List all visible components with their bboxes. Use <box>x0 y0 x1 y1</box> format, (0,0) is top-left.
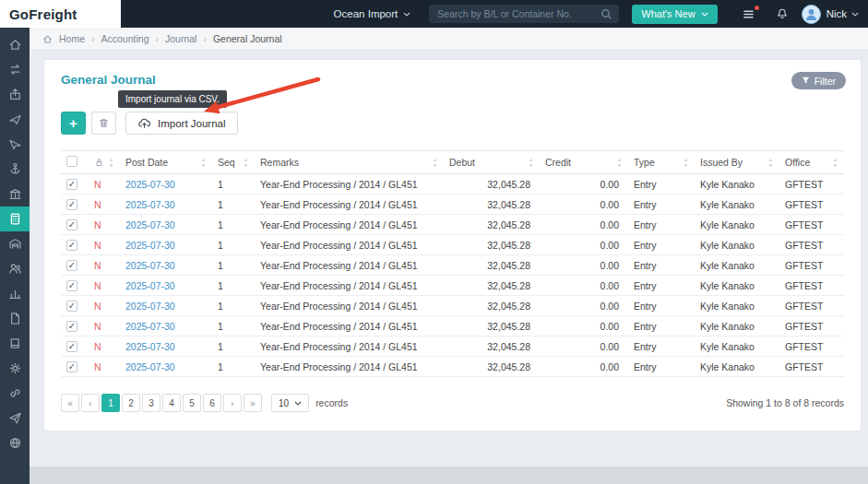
lock-cell: N <box>89 296 120 316</box>
add-journal-button[interactable]: + <box>61 112 86 135</box>
post-date-link[interactable]: 2025-07-30 <box>125 301 175 312</box>
sort-icon <box>108 158 114 168</box>
breadcrumb-item[interactable]: Accounting <box>101 33 149 44</box>
sidebar-item-booking[interactable] <box>0 82 30 107</box>
user-menu[interactable]: Nick <box>826 8 859 19</box>
page-button[interactable]: 2 <box>122 394 140 412</box>
credit-header[interactable]: Credit <box>540 151 628 174</box>
sidebar-item-accounting[interactable] <box>0 207 30 231</box>
sidebar-item-air-export[interactable] <box>0 107 30 132</box>
page-button[interactable]: 4 <box>162 394 181 412</box>
post-date-link[interactable]: 2025-07-30 <box>125 280 175 291</box>
seq-header[interactable]: Seq <box>212 151 255 174</box>
page-button[interactable]: 5 <box>183 394 201 412</box>
row-checkbox[interactable]: ✓ <box>66 199 77 210</box>
remarks-header[interactable]: Remarks <box>255 151 444 174</box>
page-size-select[interactable]: 10 <box>271 394 309 412</box>
post-date-link[interactable]: 2025-07-30 <box>125 361 175 372</box>
remarks-cell: Year-End Processing / 2014 / GL451 <box>255 316 444 336</box>
post-date-header[interactable]: Post Date <box>120 151 212 174</box>
remarks-cell: Year-End Processing / 2014 / GL451 <box>255 336 444 357</box>
post-date-cell: 2025-07-30 <box>120 357 212 377</box>
sidebar-item-bank[interactable] <box>0 182 30 207</box>
filter-button[interactable]: Filter <box>791 72 846 89</box>
post-date-cell: 2025-07-30 <box>120 195 212 215</box>
user-avatar-icon <box>803 6 819 22</box>
post-date-link[interactable]: 2025-07-30 <box>125 341 175 352</box>
debit-header[interactable]: Debut <box>444 151 540 174</box>
sort-icon <box>616 158 623 168</box>
sidebar-item-warehouse[interactable] <box>0 231 30 256</box>
post-date-link[interactable]: 2025-07-30 <box>125 199 175 210</box>
delete-button[interactable] <box>91 112 116 135</box>
sidebar-item-documents[interactable] <box>0 306 30 331</box>
page-button[interactable]: « <box>61 394 79 412</box>
page-button[interactable]: » <box>244 394 262 412</box>
page-button[interactable]: 1 <box>101 394 120 412</box>
row-checkbox[interactable]: ✓ <box>66 219 77 230</box>
sidebar-item-contacts[interactable] <box>0 256 30 281</box>
sidebar-item-air-import[interactable] <box>0 132 30 157</box>
home-icon[interactable] <box>42 34 53 44</box>
page-button[interactable]: › <box>223 394 242 412</box>
post-date-cell: 2025-07-30 <box>120 235 212 255</box>
table-header-row: Post Date Seq Remarks Debut Credit Type … <box>61 151 844 174</box>
box-upload-icon <box>8 88 22 101</box>
avatar[interactable] <box>802 5 821 24</box>
tasks-list-button[interactable] <box>742 8 755 20</box>
link-icon <box>8 386 22 400</box>
module-selector[interactable]: Ocean Import <box>334 8 411 19</box>
post-date-link[interactable]: 2025-07-30 <box>125 260 175 271</box>
row-checkbox[interactable]: ✓ <box>66 260 77 271</box>
sidebar-item-ocean[interactable] <box>0 157 30 182</box>
sidebar-item-quotation[interactable] <box>0 57 30 82</box>
row-select-cell: ✓ <box>61 276 89 296</box>
row-checkbox[interactable]: ✓ <box>66 179 77 190</box>
breadcrumb-item[interactable]: Journal <box>165 33 196 44</box>
sidebar-item-links[interactable] <box>0 381 30 406</box>
post-date-link[interactable]: 2025-07-30 <box>125 321 175 332</box>
calculator-icon <box>8 212 22 226</box>
breadcrumb-item[interactable]: Home <box>59 33 85 44</box>
notifications-button[interactable] <box>776 7 789 20</box>
sidebar-item-home[interactable] <box>0 32 30 57</box>
sidebar-item-settings[interactable] <box>0 356 30 381</box>
row-checkbox[interactable]: ✓ <box>66 321 77 332</box>
sidebar-item-support[interactable] <box>0 431 30 455</box>
sidebar-item-ledger[interactable] <box>0 331 30 356</box>
module-selector-label: Ocean Import <box>334 8 398 19</box>
type-header[interactable]: Type <box>628 151 695 174</box>
page-button[interactable]: 3 <box>142 394 161 412</box>
post-date-link[interactable]: 2025-07-30 <box>125 240 175 251</box>
office-header[interactable]: Office <box>779 151 844 174</box>
search-icon[interactable] <box>600 8 612 20</box>
page-button[interactable]: 6 <box>203 394 221 412</box>
import-tooltip: Import journal via CSV. <box>118 90 227 108</box>
row-checkbox[interactable]: ✓ <box>66 280 77 291</box>
sidebar-item-reports[interactable] <box>0 281 30 306</box>
app-logo[interactable]: GoFreight <box>0 0 121 28</box>
import-journal-button[interactable]: Import Journal <box>125 112 238 135</box>
global-search-input[interactable] <box>435 7 600 20</box>
row-select-cell: ✓ <box>61 336 89 357</box>
post-date-link[interactable]: 2025-07-30 <box>125 179 175 190</box>
lock-column-header[interactable] <box>89 151 120 174</box>
row-checkbox[interactable]: ✓ <box>66 341 77 352</box>
row-checkbox[interactable]: ✓ <box>66 240 77 251</box>
page-button[interactable]: ‹ <box>81 394 100 412</box>
office-cell: GFTEST <box>779 276 844 296</box>
select-all-checkbox[interactable] <box>66 156 77 167</box>
select-all-header[interactable] <box>61 151 89 174</box>
whats-new-button[interactable]: What's New <box>632 5 717 24</box>
row-checkbox[interactable]: ✓ <box>66 301 77 312</box>
post-date-link[interactable]: 2025-07-30 <box>125 219 175 230</box>
sidebar-item-share[interactable] <box>0 406 30 431</box>
journal-table-body: ✓N2025-07-301Year-End Processing / 2014 … <box>61 174 844 377</box>
row-checkbox[interactable]: ✓ <box>66 361 77 372</box>
table-row: ✓N2025-07-301Year-End Processing / 2014 … <box>61 336 844 357</box>
office-cell: GFTEST <box>779 357 844 377</box>
issued-by-header[interactable]: Issued By <box>695 151 779 174</box>
plane-export-icon <box>8 112 22 126</box>
type-cell: Entry <box>628 215 695 235</box>
type-cell: Entry <box>628 195 695 215</box>
